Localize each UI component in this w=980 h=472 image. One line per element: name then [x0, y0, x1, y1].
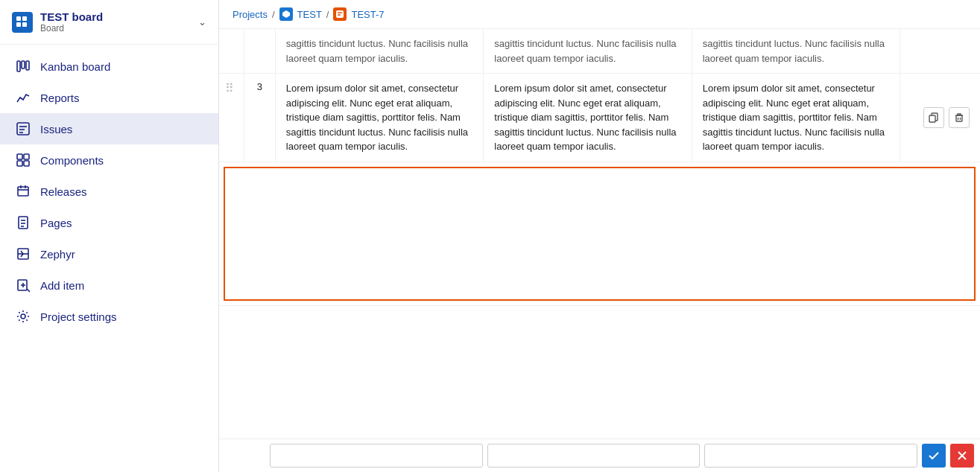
partial-actions: [900, 29, 980, 74]
sidebar-item-reports[interactable]: Reports: [0, 82, 218, 113]
settings-icon: [15, 308, 31, 325]
sidebar-logo: [12, 12, 33, 33]
drag-handle-cell: [219, 29, 244, 74]
project-icon: [279, 7, 293, 21]
input-field-3[interactable]: [704, 444, 917, 468]
empty-cell[interactable]: [224, 167, 976, 301]
empty-editable-row: [219, 162, 980, 305]
breadcrumb: Projects / TEST / TEST-7: [219, 0, 980, 29]
row3-col1: Lorem ipsum dolor sit amet, consectetur …: [275, 74, 483, 162]
sidebar-subtitle: Board: [40, 23, 103, 34]
kanban-icon: [15, 58, 31, 74]
drag-handle-icon[interactable]: ⠿: [222, 79, 237, 98]
main-content: Projects / TEST / TEST-7 sa: [219, 0, 980, 472]
zephyr-icon: [15, 246, 31, 262]
svg-rect-2: [16, 22, 21, 27]
sidebar-item-issues[interactable]: Issues: [0, 113, 218, 144]
table-area: sagittis tincidunt luctus. Nunc facilisi…: [219, 29, 980, 438]
breadcrumb-sep1: /: [272, 9, 275, 20]
svg-point-29: [21, 314, 25, 319]
svg-rect-15: [18, 187, 28, 196]
issue-icon: [333, 7, 347, 21]
row-number-cell: [244, 29, 275, 74]
input-row: [219, 438, 980, 472]
data-table: sagittis tincidunt luctus. Nunc facilisi…: [219, 29, 980, 306]
breadcrumb-issue[interactable]: TEST-7: [351, 9, 384, 20]
sidebar-item-label: Project settings: [40, 310, 117, 323]
input-field-1[interactable]: [270, 444, 483, 468]
partial-col1: sagittis tincidunt luctus. Nunc facilisi…: [275, 29, 483, 74]
sidebar-header-left: TEST board Board: [12, 10, 103, 34]
table-row: ⠿ 3 Lorem ipsum dolor sit amet, consecte…: [219, 74, 980, 162]
copy-button[interactable]: [923, 107, 944, 128]
sidebar: TEST board Board ⌄ Kanban board: [0, 0, 219, 472]
sidebar-nav: Kanban board Reports Issues: [0, 45, 218, 472]
input-field-2[interactable]: [487, 444, 701, 468]
sidebar-item-project-settings[interactable]: Project settings: [0, 301, 218, 332]
sidebar-item-zephyr[interactable]: Zephyr: [0, 238, 218, 270]
breadcrumb-project[interactable]: TEST: [297, 9, 322, 20]
issues-icon: [15, 121, 31, 137]
svg-rect-5: [22, 61, 25, 68]
releases-icon: [15, 183, 31, 200]
sidebar-title-block: TEST board Board: [40, 10, 103, 34]
pages-icon: [15, 214, 31, 231]
sidebar-item-label: Pages: [40, 217, 72, 229]
sidebar-title: TEST board: [40, 10, 103, 23]
svg-rect-35: [956, 115, 962, 121]
svg-rect-12: [24, 154, 29, 159]
sidebar-item-components[interactable]: Components: [0, 144, 218, 176]
breadcrumb-sep2: /: [326, 9, 329, 20]
breadcrumb-projects[interactable]: Projects: [233, 9, 268, 20]
partial-col2: sagittis tincidunt luctus. Nunc facilisi…: [484, 29, 692, 74]
svg-rect-0: [16, 16, 21, 21]
sidebar-item-add-item[interactable]: Add item: [0, 270, 218, 301]
sidebar-item-label: Issues: [40, 123, 72, 135]
row3-col2: Lorem ipsum dolor sit amet, consectetur …: [484, 74, 692, 162]
row3-actions: [900, 74, 980, 162]
svg-rect-3: [22, 22, 27, 27]
cancel-button[interactable]: [950, 444, 974, 468]
sidebar-item-label: Components: [40, 154, 104, 167]
sidebar-item-label: Zephyr: [40, 248, 75, 261]
components-icon: [15, 152, 31, 168]
sidebar-item-pages[interactable]: Pages: [0, 207, 218, 238]
sidebar-item-label: Reports: [40, 92, 80, 104]
sidebar-item-label: Releases: [40, 185, 87, 198]
row-number-cell: 3: [244, 74, 275, 162]
svg-rect-13: [17, 161, 22, 166]
svg-rect-6: [26, 61, 29, 70]
svg-marker-30: [282, 10, 290, 18]
drag-handle-cell[interactable]: ⠿: [219, 74, 244, 162]
confirm-button[interactable]: [922, 444, 946, 468]
svg-rect-31: [336, 10, 344, 18]
svg-rect-34: [929, 115, 935, 122]
table-row-partial: sagittis tincidunt luctus. Nunc facilisi…: [219, 29, 980, 74]
delete-button[interactable]: [949, 107, 970, 128]
sidebar-item-label: Kanban board: [40, 60, 110, 73]
svg-rect-4: [17, 61, 20, 71]
svg-rect-11: [17, 154, 22, 159]
sidebar-header: TEST board Board ⌄: [0, 0, 218, 45]
sidebar-item-label: Add item: [40, 279, 84, 292]
chevron-down-icon[interactable]: ⌄: [198, 16, 206, 28]
row3-col3: Lorem ipsum dolor sit amet, consectetur …: [692, 74, 900, 162]
partial-col3: sagittis tincidunt luctus. Nunc facilisi…: [692, 29, 900, 74]
svg-rect-14: [24, 161, 29, 166]
svg-rect-1: [22, 16, 27, 21]
reports-icon: [15, 89, 31, 106]
sidebar-item-kanban-board[interactable]: Kanban board: [0, 51, 218, 82]
sidebar-item-releases[interactable]: Releases: [0, 176, 218, 207]
add-item-icon: [15, 277, 31, 293]
